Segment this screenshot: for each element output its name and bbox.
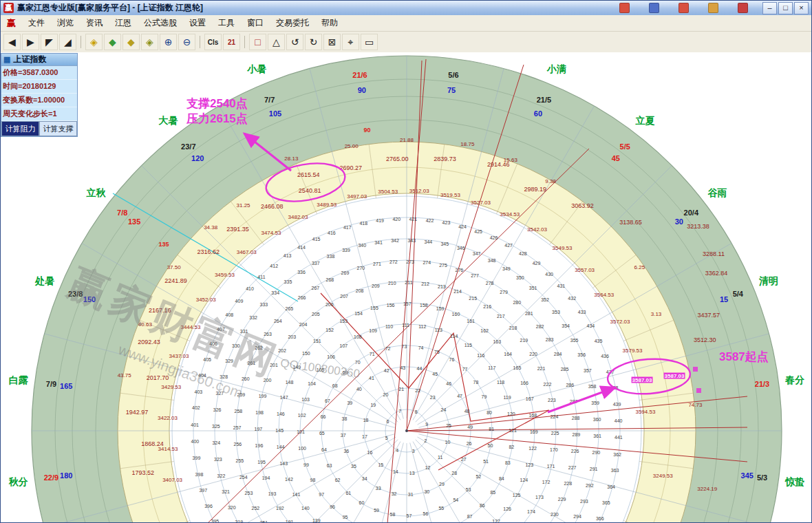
close-box-icon[interactable]: ⊠ <box>323 34 341 50</box>
wheel-label: 59 <box>374 508 379 513</box>
toolbar: ◀▶◤◢◈◆◆◈⊕⊖Cls21□△↺↻⊠⌖▭ <box>1 32 811 53</box>
wheel-label: 167 <box>526 396 534 401</box>
wheel-label: 124 <box>520 478 528 482</box>
wheel-label: 84 <box>499 476 504 480</box>
menu-item-7[interactable]: 窗口 <box>241 16 270 30</box>
menu-item-8[interactable]: 交易委托 <box>270 16 315 30</box>
wheel-label: 117 <box>488 365 495 370</box>
wheel-label: 74.73 <box>688 403 702 408</box>
wheel-label: 322 <box>217 473 226 478</box>
wheel-label: 5/3 <box>757 474 767 482</box>
tray-icon-0[interactable] <box>619 3 630 13</box>
wheel-label: 81 <box>489 426 494 431</box>
wheel-label: 209 <box>372 284 380 288</box>
menu-item-5[interactable]: 设置 <box>183 16 212 30</box>
tray-icon-4[interactable] <box>738 3 748 13</box>
wheel-label: 3534.53 <box>500 212 520 217</box>
wheel-label: 255 <box>236 458 244 463</box>
menu-item-2[interactable]: 资讯 <box>80 16 109 30</box>
menu-item-4[interactable]: 公式选股 <box>138 16 183 30</box>
triangle-tool-icon[interactable]: △ <box>268 34 285 50</box>
wheel-label: 438 <box>610 385 619 390</box>
wheel-label: 222 <box>544 381 552 386</box>
wheel-label: 397 <box>199 488 207 493</box>
wheel-label: 366 <box>596 515 604 520</box>
wheel-label: 6 <box>386 419 389 424</box>
maximize-button[interactable]: □ <box>778 2 793 14</box>
wheel-label: 360 <box>593 417 601 422</box>
wheel-label: 75 <box>447 87 456 94</box>
wheel-label: 424 <box>458 224 467 228</box>
wheel-label: 171 <box>547 463 555 468</box>
menu-item-0[interactable]: 文件 <box>22 16 51 30</box>
menu-item-3[interactable]: 江恩 <box>109 16 138 30</box>
wheel-label: 286 <box>566 383 574 387</box>
panel-row-3: 周天变化步长=1 <box>1 107 77 121</box>
wheel-label: 3414.53 <box>158 447 178 452</box>
calc-resistance-button[interactable]: 计算阻力 <box>1 121 39 136</box>
highlight-value-inner: 3587.03 <box>632 377 653 383</box>
wheel-label: 28.13 <box>284 156 298 162</box>
close-button[interactable]: × <box>794 2 809 14</box>
support-pressure-note: 支撑2540点 压力2615点 <box>186 96 248 127</box>
wheel-label: 3213.38 <box>687 224 709 230</box>
crosshair-icon[interactable]: ⌖ <box>342 34 359 50</box>
wheel-label: 332 <box>249 315 257 320</box>
wheel-label: 432 <box>568 296 576 301</box>
wheel-label: 5/4 <box>733 290 743 297</box>
menu-item-1[interactable]: 浏览 <box>51 16 80 30</box>
trend-up-tool-icon[interactable]: ◤ <box>41 34 58 50</box>
wheel-label: 320 <box>228 504 236 509</box>
wheel-label: 339 <box>342 248 350 253</box>
forward-icon[interactable]: ▶ <box>22 34 39 50</box>
wheel-label: 3 <box>412 449 415 453</box>
wheel-label: 3542.03 <box>527 227 547 233</box>
wheel-label: 3512.30 <box>694 337 716 343</box>
wheel-label: 17 <box>362 434 367 438</box>
select-tool-icon[interactable]: ▭ <box>361 34 378 50</box>
menu-item-9[interactable]: 帮助 <box>315 16 344 30</box>
wheel-label: 229 <box>558 496 566 501</box>
wheel-label: 3467.03 <box>237 250 257 255</box>
menu-item-6[interactable]: 工具 <box>212 16 241 30</box>
wheel-label: 287 <box>570 398 578 403</box>
wheel-label: 79 <box>482 394 487 398</box>
zoom-in-icon[interactable]: ⊕ <box>160 34 177 50</box>
calc-support-button[interactable]: 计算支撑 <box>39 121 77 136</box>
minimize-button[interactable]: – <box>762 2 777 14</box>
gann-fan-icon[interactable]: ◆ <box>122 34 140 50</box>
wheel-label: 338 <box>327 253 335 258</box>
wheel-label: 439 <box>613 402 621 407</box>
back-icon[interactable]: ◀ <box>3 34 21 50</box>
rect-tool-icon[interactable]: □ <box>249 34 266 50</box>
wheel-label: 白露 <box>9 375 28 385</box>
wheel-label: 274 <box>423 260 431 265</box>
trend-down-tool-icon[interactable]: ◢ <box>59 34 76 50</box>
app-icon: 赢 <box>3 3 14 13</box>
tray-icon-3[interactable] <box>708 3 718 13</box>
wheel-label: 172 <box>542 479 551 484</box>
tray-icon-2[interactable] <box>679 3 689 13</box>
wheel-label: 35 <box>351 463 356 468</box>
rotate-right-icon[interactable]: ↻ <box>305 34 322 50</box>
panel-row-1: 时间=20180129 <box>1 80 77 94</box>
wheel-label: 225 <box>551 430 559 435</box>
wheel-label: 2 <box>425 438 427 442</box>
tray-icon-1[interactable] <box>649 3 659 13</box>
wheel-label: 97 <box>319 491 324 496</box>
calendar-21-icon[interactable]: 21 <box>223 34 240 50</box>
cls-button[interactable]: Cls <box>204 34 222 50</box>
wheel-label: 20 <box>383 392 389 396</box>
wheel-label: 2466.08 <box>261 204 284 210</box>
gann-wheel-icon[interactable]: ◈ <box>85 34 103 50</box>
gann-box-icon[interactable]: ◆ <box>104 34 121 50</box>
gann-grid-icon[interactable]: ◈ <box>141 34 158 50</box>
rotate-left-icon[interactable]: ↺ <box>286 34 303 50</box>
wheel-label: 277 <box>471 273 479 278</box>
gann-wheel-chart[interactable]: 小暑大暑立秋处暑白露秋分小满立夏谷雨清明春分惊蛰7/721/65/621/55/… <box>1 52 812 523</box>
wheel-label: 7/7 <box>264 96 275 103</box>
wheel-label: 354 <box>562 323 570 328</box>
wheel-label: 258 <box>234 408 242 413</box>
wheel-label: 340 <box>358 243 366 248</box>
zoom-out-icon[interactable]: ⊖ <box>178 34 195 50</box>
